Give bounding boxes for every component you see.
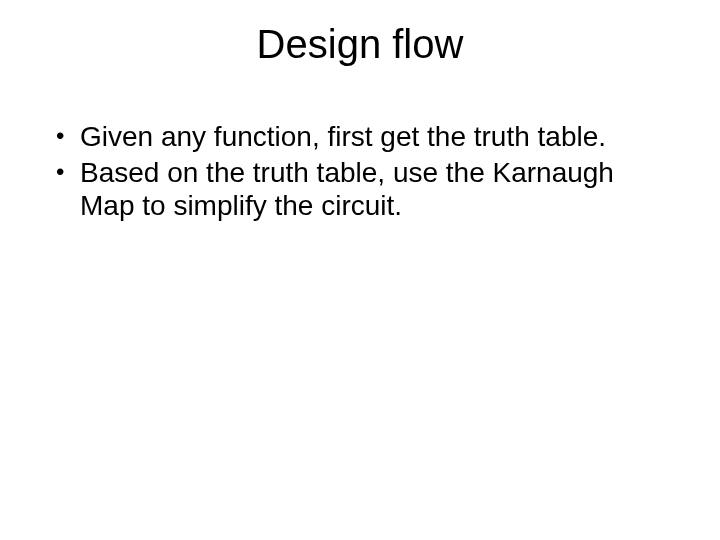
slide: Design flow Given any function, first ge… (0, 0, 720, 540)
slide-body: Given any function, first get the truth … (54, 120, 666, 225)
slide-title: Design flow (0, 22, 720, 67)
list-item: Based on the truth table, use the Karnau… (54, 156, 666, 223)
bullet-list: Given any function, first get the truth … (54, 120, 666, 223)
list-item: Given any function, first get the truth … (54, 120, 666, 154)
